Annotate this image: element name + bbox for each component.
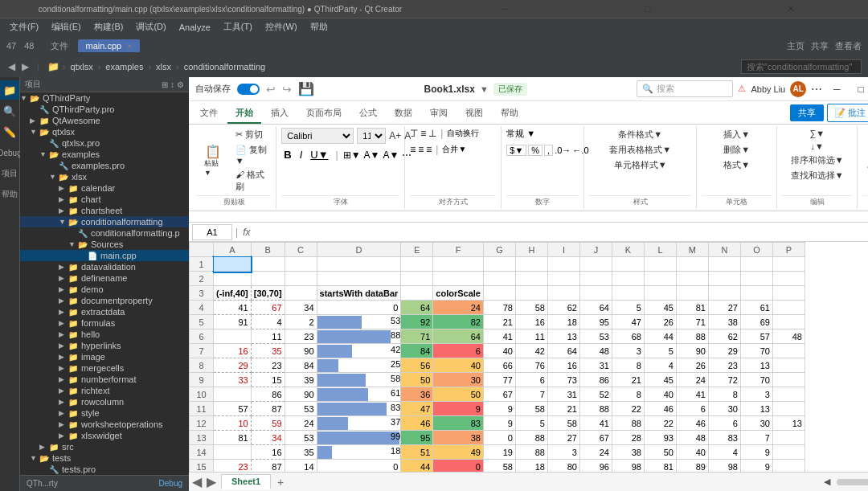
tree-item-demo[interactable]: ▶ 📁 demo: [20, 284, 189, 295]
italic-btn[interactable]: I: [297, 149, 305, 161]
align-left-btn[interactable]: ≡: [410, 144, 416, 155]
col-header-G[interactable]: G: [483, 243, 515, 257]
cell-E1[interactable]: [401, 257, 433, 272]
cell-11-5[interactable]: 9: [433, 402, 484, 416]
cell-7-4[interactable]: 84: [401, 344, 433, 358]
col-header-I[interactable]: I: [547, 243, 579, 257]
cell-14-2[interactable]: 35: [285, 445, 317, 460]
cell-14-13[interactable]: 4: [708, 445, 740, 460]
cell-B1[interactable]: [251, 257, 285, 272]
cell-2-13[interactable]: [708, 272, 740, 286]
cell-8-6[interactable]: 66: [483, 358, 515, 373]
add-sheet-button[interactable]: +: [272, 474, 289, 490]
cell-G3-5[interactable]: [644, 286, 676, 301]
cell-13-6[interactable]: 0: [483, 431, 515, 445]
cell-2-7[interactable]: [515, 272, 547, 286]
close-btn[interactable]: ✕: [720, 0, 862, 18]
cell-G3-0[interactable]: [483, 286, 515, 301]
cell-O1[interactable]: [740, 257, 772, 272]
tree-item-qtxlsx-pro[interactable]: 🔧 qtxlsx.pro: [20, 137, 189, 149]
align-bottom-btn[interactable]: ⊥: [428, 128, 436, 139]
cell-5-10[interactable]: 47: [612, 315, 644, 329]
cell-7-8[interactable]: 64: [547, 344, 579, 358]
cell-8-9[interactable]: 31: [579, 358, 612, 373]
border-btn[interactable]: ⊞▼: [343, 149, 361, 161]
sidebar-filter-icon[interactable]: ⊞: [162, 80, 168, 89]
cell-7-13[interactable]: 29: [708, 344, 740, 358]
copy-button[interactable]: 📄 复制▼: [233, 143, 271, 166]
merge-cells-btn[interactable]: 合并▼: [442, 144, 466, 155]
cell-6-11[interactable]: 44: [644, 329, 676, 344]
cell-7-9[interactable]: 48: [579, 344, 612, 358]
tree-item-xlsxwidget[interactable]: ▶ 📁 xlsxwidget: [20, 430, 189, 441]
cell-8-8[interactable]: 16: [547, 358, 579, 373]
menu-tools[interactable]: 工具(T): [217, 19, 259, 35]
cell-11-4[interactable]: 47: [401, 402, 433, 416]
col-header-O[interactable]: O: [740, 243, 772, 257]
cell-11-12[interactable]: 6: [676, 402, 708, 416]
cell-10-1[interactable]: 86: [251, 387, 285, 402]
cell-13-9[interactable]: 67: [579, 431, 612, 445]
cell-10-3[interactable]: 61: [317, 387, 401, 402]
menu-analyze[interactable]: Analyze: [173, 21, 217, 34]
cell-15-7[interactable]: 18: [515, 460, 547, 473]
scroll-left-btn[interactable]: ◀: [824, 477, 830, 487]
menu-help[interactable]: 帮助: [304, 19, 334, 35]
align-right-btn[interactable]: ≡: [426, 144, 432, 155]
tree-item-qtawesome[interactable]: ▶ 📁 QtAwesome: [20, 115, 189, 126]
cut-button[interactable]: ✂ 剪切: [233, 128, 271, 141]
share-button[interactable]: 共享: [790, 104, 824, 121]
cell-15-15[interactable]: [772, 460, 805, 473]
cell-11-2[interactable]: 53: [285, 402, 317, 416]
cell-13-11[interactable]: 93: [644, 431, 676, 445]
cell-14-9[interactable]: 24: [579, 445, 612, 460]
cell-7-0[interactable]: 16: [214, 344, 252, 358]
cell-9-15[interactable]: [772, 373, 805, 387]
tree-item-qthirdparty-pro[interactable]: 🔧 QThirdParty.pro: [20, 104, 189, 115]
cell-2-5[interactable]: [433, 272, 484, 286]
formula-input[interactable]: [255, 224, 868, 240]
cell-12-4[interactable]: 46: [401, 416, 433, 431]
col-header-K[interactable]: K: [612, 243, 644, 257]
cell-10-13[interactable]: 8: [708, 387, 740, 402]
tree-item-examples[interactable]: ▼ 📂 examples: [20, 149, 189, 160]
tree-item-qtxlsx[interactable]: ▼ 📂 qtxlsx: [20, 126, 189, 137]
cell-15-14[interactable]: 9: [740, 460, 772, 473]
cell-4-1[interactable]: 67: [251, 301, 285, 315]
cell-5-0[interactable]: 91: [214, 315, 252, 329]
col-header-J[interactable]: J: [579, 243, 612, 257]
cell-G3-2[interactable]: [547, 286, 579, 301]
cell-13-1[interactable]: 34: [251, 431, 285, 445]
cell-M1[interactable]: [676, 257, 708, 272]
cell-2-9[interactable]: [579, 272, 612, 286]
qt-search-input[interactable]: [741, 59, 862, 74]
tree-item-conditionalformatting[interactable]: ▼ 📂 conditionalformatting: [20, 216, 189, 227]
paste-button[interactable]: 📋 粘贴▼: [197, 141, 230, 181]
cell-2-1[interactable]: [251, 272, 285, 286]
cell-7-5[interactable]: 6: [433, 344, 484, 358]
cell-8-1[interactable]: 23: [251, 358, 285, 373]
horizontal-scrollbar[interactable]: [837, 479, 868, 485]
cell-5-7[interactable]: 16: [515, 315, 547, 329]
cell-6-1[interactable]: 11: [251, 329, 285, 344]
cell-10-14[interactable]: 3: [740, 387, 772, 402]
cell-4-9[interactable]: 64: [579, 301, 612, 315]
cell-5-6[interactable]: 21: [483, 315, 515, 329]
cell-14-4[interactable]: 51: [401, 445, 433, 460]
cell-14-8[interactable]: 3: [547, 445, 579, 460]
cell-9-12[interactable]: 24: [676, 373, 708, 387]
cell-4-12[interactable]: 81: [676, 301, 708, 315]
comma-btn[interactable]: ,: [544, 145, 553, 156]
table-format-btn[interactable]: 套用表格格式▼: [607, 143, 674, 157]
tree-item-rowcolumn[interactable]: ▶ 📁 rowcolumn: [20, 396, 189, 407]
cell-11-9[interactable]: 88: [579, 402, 612, 416]
cell-A1[interactable]: [214, 257, 252, 272]
create-idea-btn[interactable]: 💡 创意: [862, 147, 868, 175]
cell-10-11[interactable]: 40: [644, 387, 676, 402]
path-conditionalformatting[interactable]: conditionalformatting: [181, 62, 269, 72]
cell-5-12[interactable]: 71: [676, 315, 708, 329]
cell-C1[interactable]: [285, 257, 317, 272]
cell-12-14[interactable]: 30: [740, 416, 772, 431]
tab-file[interactable]: 文件: [192, 104, 226, 124]
cell-15-4[interactable]: 44: [401, 460, 433, 473]
